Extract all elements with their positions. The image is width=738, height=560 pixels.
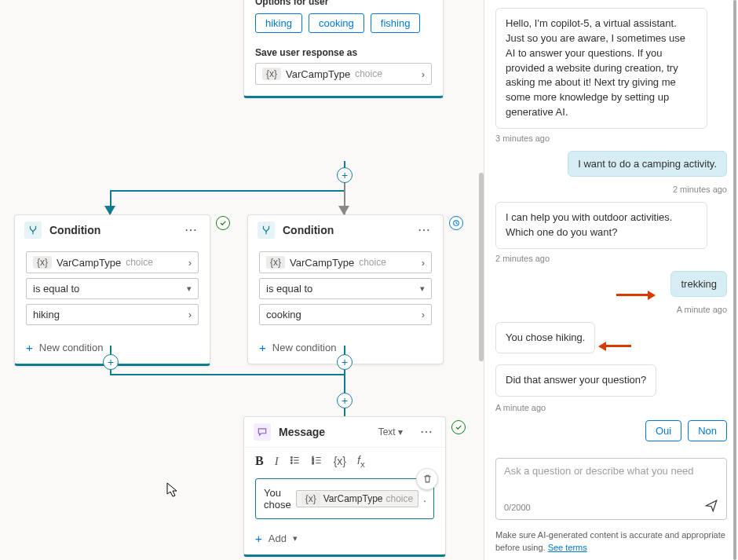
chevron-right-icon: › xyxy=(188,257,192,269)
add-node-button[interactable]: + xyxy=(337,393,353,408)
variable-name: VarCampType xyxy=(286,68,350,80)
chat-textarea[interactable] xyxy=(504,465,718,495)
svg-point-2 xyxy=(290,459,292,461)
send-button[interactable] xyxy=(704,499,718,516)
variable-picker[interactable]: {x} VarCampType choice › xyxy=(255,63,432,85)
arrow-down-icon xyxy=(338,206,349,215)
quick-replies: Oui Non xyxy=(495,420,727,441)
chevron-right-icon: › xyxy=(422,68,425,80)
options-label: Options for user xyxy=(244,0,443,13)
italic-icon[interactable]: I xyxy=(275,455,279,468)
condition-variable-field[interactable]: {x} VarCampType choice › xyxy=(26,251,199,273)
svg-point-1 xyxy=(290,457,292,459)
timestamp: A minute ago xyxy=(495,403,727,412)
more-menu-icon[interactable]: ⋯ xyxy=(417,426,436,438)
node-title: Message xyxy=(279,426,371,438)
plus-icon: + xyxy=(255,532,262,545)
question-node: Options for user hiking cooking fishing … xyxy=(243,0,444,98)
connector-line xyxy=(110,190,345,192)
status-success-icon xyxy=(451,420,466,434)
condition-value-field[interactable]: cooking › xyxy=(259,304,432,325)
option-chip[interactable]: cooking xyxy=(309,13,364,33)
condition-operator-field[interactable]: is equal to ▾ xyxy=(259,278,432,299)
bullet-list-icon[interactable] xyxy=(290,455,301,468)
svg-point-3 xyxy=(290,463,292,464)
condition-variable-field[interactable]: {x} VarCampType choice › xyxy=(259,251,432,273)
message-suffix: . xyxy=(423,492,426,504)
timestamp: 2 minutes ago xyxy=(495,254,727,263)
authoring-canvas[interactable]: Options for user hiking cooking fishing … xyxy=(0,0,484,560)
message-prefix: You chose xyxy=(264,487,291,511)
arrow-down-icon xyxy=(104,206,115,215)
disclaimer: Make sure AI-generated content is accura… xyxy=(484,525,738,560)
message-body[interactable]: You chose {x} VarCampType choice . xyxy=(255,478,434,519)
test-chat-panel: Hello, I'm copilot-5, a virtual assistan… xyxy=(484,0,738,560)
chat-input-box[interactable]: 0/2000 xyxy=(495,458,727,520)
operator-label: is equal to xyxy=(266,283,312,295)
timestamp: A minute ago xyxy=(495,305,727,314)
variable-icon: {x} xyxy=(266,256,285,269)
quick-reply-button[interactable]: Oui xyxy=(645,420,681,441)
variable-type: choice xyxy=(359,257,386,268)
chevron-down-icon: ▾ xyxy=(187,284,192,294)
branch-icon xyxy=(24,221,42,239)
see-terms-link[interactable]: See terms xyxy=(548,543,587,552)
plus-icon: + xyxy=(26,341,33,354)
variable-insert-icon[interactable]: {x} xyxy=(334,455,346,467)
plus-icon: + xyxy=(259,341,266,354)
format-dropdown[interactable]: Text ▾ xyxy=(378,426,403,437)
delete-button[interactable] xyxy=(416,468,438,490)
status-pending-icon xyxy=(449,216,463,230)
variable-icon: {x} xyxy=(33,256,52,269)
variable-name: VarCampType xyxy=(57,257,121,269)
message-toolbar: B I 123 {x} fx xyxy=(244,447,445,475)
char-counter: 0/2000 xyxy=(504,503,531,512)
add-label: Add xyxy=(269,533,287,544)
user-message: I want to do a camping activity. xyxy=(568,151,727,177)
chevron-down-icon: ▾ xyxy=(293,533,298,544)
timestamp: 2 minutes ago xyxy=(495,185,727,194)
variable-name: VarCampType xyxy=(290,257,354,269)
add-node-button[interactable]: + xyxy=(337,354,353,370)
status-success-icon xyxy=(216,216,230,230)
new-condition-label: New condition xyxy=(272,342,337,353)
condition-operator-field[interactable]: is equal to ▾ xyxy=(26,278,199,299)
more-menu-icon[interactable]: ⋯ xyxy=(415,224,433,236)
option-chip[interactable]: fishing xyxy=(371,13,421,33)
option-chips: hiking cooking fishing xyxy=(244,13,443,42)
message-node: Message Text ▾ ⋯ B I 123 {x} fx You chos… xyxy=(243,416,446,557)
bot-message: Hello, I'm copilot-5, a virtual assistan… xyxy=(495,8,707,129)
connector-line xyxy=(110,374,345,375)
bot-message: You chose hiking. xyxy=(495,322,595,354)
chat-transcript[interactable]: Hello, I'm copilot-5, a virtual assistan… xyxy=(484,0,738,453)
timestamp: 3 minutes ago xyxy=(495,134,727,143)
add-variation-button[interactable]: + Add ▾ xyxy=(244,527,445,555)
formula-icon[interactable]: fx xyxy=(357,454,365,469)
condition-node-right: Condition ⋯ {x} VarCampType choice › is … xyxy=(247,214,444,364)
variable-type: choice xyxy=(386,493,414,504)
new-condition-label: New condition xyxy=(39,342,104,353)
message-icon xyxy=(254,423,271,441)
mouse-cursor xyxy=(166,482,179,498)
option-chip[interactable]: hiking xyxy=(255,13,302,33)
node-title: Condition xyxy=(49,224,174,236)
bot-message: I can help you with outdoor activities. … xyxy=(495,202,707,249)
chevron-down-icon: ▾ xyxy=(420,284,425,294)
bot-message: Did that answer your question? xyxy=(495,364,656,397)
value-label: cooking xyxy=(266,309,301,320)
chevron-right-icon: › xyxy=(422,257,425,269)
numbered-list-icon[interactable]: 123 xyxy=(312,455,323,468)
chevron-right-icon: › xyxy=(188,309,192,320)
variable-type: choice xyxy=(355,68,382,79)
more-menu-icon[interactable]: ⋯ xyxy=(181,224,200,236)
variable-name: VarCampType xyxy=(323,493,383,504)
bold-icon[interactable]: B xyxy=(255,454,264,468)
quick-reply-button[interactable]: Non xyxy=(688,420,727,441)
branch-icon xyxy=(258,221,275,239)
save-response-label: Save user response as xyxy=(244,42,443,63)
add-node-button[interactable]: + xyxy=(103,354,119,370)
variable-icon: {x} xyxy=(262,68,281,80)
condition-value-field[interactable]: hiking › xyxy=(26,304,199,325)
add-node-button[interactable]: + xyxy=(337,167,353,183)
variable-token[interactable]: {x} VarCampType choice xyxy=(296,490,419,507)
